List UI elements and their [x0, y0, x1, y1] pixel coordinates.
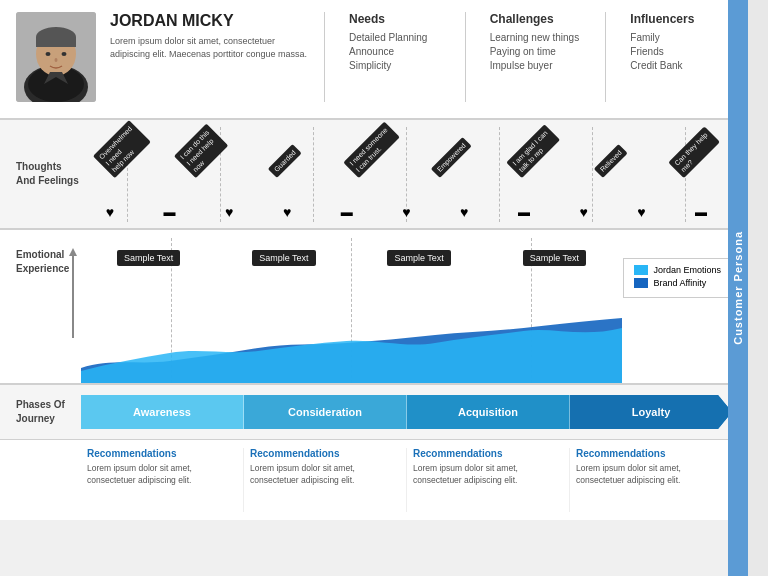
rec-title-0: Recommendations: [87, 448, 237, 459]
rec-label-space: [16, 448, 81, 512]
vertical-tab-label: Customer Persona: [732, 231, 744, 345]
thought-bubble-3: I need someoneI can trust.: [351, 127, 381, 187]
influencers-column: Influencers Family Friends Credit Bank: [620, 12, 732, 74]
chat-icon-0: ▬: [164, 205, 176, 219]
legend-brand-label: Brand Affinity: [653, 278, 706, 288]
thoughts-section: Thoughts And Feelings OverwhelmedI needh…: [0, 120, 748, 230]
heart-icon-2: ♥: [283, 204, 291, 220]
challenges-title: Challenges: [490, 12, 582, 26]
sample-text-1: Sample Text: [252, 250, 315, 266]
wave-chart: [81, 293, 622, 383]
thought-bubble-1: I can do thisI need helpnow: [188, 127, 218, 187]
svg-point-9: [55, 58, 58, 62]
main-container: Customer Persona: [0, 0, 748, 576]
sample-text-2: Sample Text: [387, 250, 450, 266]
thought-bubble-6: Relieved: [595, 127, 625, 187]
thought-bubble-4: Empowered: [432, 127, 462, 187]
rec-text-3: Lorem ipsum dolor sit amet, consectetuer…: [576, 463, 726, 487]
phase-awareness: Awareness: [81, 395, 244, 429]
rec-title-3: Recommendations: [576, 448, 726, 459]
needs-title: Needs: [349, 12, 441, 26]
phase-loyalty: Loyalty: [570, 395, 732, 429]
vertical-tab: Customer Persona: [728, 0, 748, 576]
thought-bubble-2: Guarded: [269, 127, 299, 187]
person-desc: Lorem ipsum dolor sit amet, consectetuer…: [110, 35, 310, 60]
need-item-2: Simplicity: [349, 60, 441, 71]
challenge-item-1: Paying on time: [490, 46, 582, 57]
legend-brand: Brand Affinity: [634, 278, 721, 288]
rec-text-2: Lorem ipsum dolor sit amet, consectetuer…: [413, 463, 563, 487]
influencer-item-2: Credit Bank: [630, 60, 722, 71]
rec-column-3: Recommendations Lorem ipsum dolor sit am…: [570, 448, 732, 512]
challenges-column: Challenges Learning new things Paying on…: [480, 12, 592, 74]
chat-icon-1: ▬: [341, 205, 353, 219]
rec-columns: Recommendations Lorem ipsum dolor sit am…: [81, 448, 732, 512]
need-item-0: Detailed Planning: [349, 32, 441, 43]
needs-divider: [324, 12, 325, 102]
svg-point-8: [62, 52, 67, 56]
avatar: [16, 12, 96, 102]
legend-jordan-label: Jordan Emotions: [653, 265, 721, 275]
thought-bubble-7: Can they helpme?: [676, 127, 706, 187]
thought-bubble-0: OverwhelmedI needhelp now: [107, 127, 137, 187]
chart-legend: Jordan Emotions Brand Affinity: [623, 258, 732, 298]
rec-title-1: Recommendations: [250, 448, 400, 459]
phase-acquisition: Acquisition: [407, 395, 570, 429]
rec-text-1: Lorem ipsum dolor sit amet, consectetuer…: [250, 463, 400, 487]
rec-text-0: Lorem ipsum dolor sit amet, consectetuer…: [87, 463, 237, 487]
heart-icon-1: ♥: [225, 204, 233, 220]
phases-section: Phases Of Journey Awareness Consideratio…: [0, 385, 748, 440]
influencer-item-0: Family: [630, 32, 722, 43]
emotional-section: Emotional Experience Sample Text Sample …: [0, 230, 748, 385]
heart-icon-5: ♥: [579, 204, 587, 220]
challenges-divider: [465, 12, 466, 102]
chat-icon-3: ▬: [695, 205, 707, 219]
rec-title-2: Recommendations: [413, 448, 563, 459]
need-item-1: Announce: [349, 46, 441, 57]
heart-icon-4: ♥: [460, 204, 468, 220]
heart-icon-0: ♥: [106, 204, 114, 220]
header-section: JORDAN MICKY Lorem ipsum dolor sit amet,…: [0, 0, 748, 120]
phase-consideration: Consideration: [244, 395, 407, 429]
legend-jordan-color: [634, 265, 648, 275]
influencers-title: Influencers: [630, 12, 722, 26]
challenge-item-0: Learning new things: [490, 32, 582, 43]
svg-point-7: [46, 52, 51, 56]
sample-text-0: Sample Text: [117, 250, 180, 266]
influencers-divider: [605, 12, 606, 102]
phases-bar: Awareness Consideration Acquisition Loya…: [81, 395, 732, 429]
heart-icon-3: ♥: [402, 204, 410, 220]
svg-rect-6: [36, 37, 76, 47]
rec-column-2: Recommendations Lorem ipsum dolor sit am…: [407, 448, 570, 512]
challenge-item-2: Impulse buyer: [490, 60, 582, 71]
person-info: JORDAN MICKY Lorem ipsum dolor sit amet,…: [110, 12, 310, 60]
phases-label: Phases Of Journey: [16, 398, 81, 426]
needs-column: Needs Detailed Planning Announce Simplic…: [339, 12, 451, 74]
rec-column-0: Recommendations Lorem ipsum dolor sit am…: [81, 448, 244, 512]
influencer-item-1: Friends: [630, 46, 722, 57]
recommendations-section: Recommendations Lorem ipsum dolor sit am…: [0, 440, 748, 520]
heart-icon-6: ♥: [637, 204, 645, 220]
legend-brand-color: [634, 278, 648, 288]
thought-bubble-5: I am glad I cantalk to rep: [514, 127, 544, 187]
sample-text-3: Sample Text: [523, 250, 586, 266]
person-name: JORDAN MICKY: [110, 12, 310, 30]
thoughts-label: Thoughts And Feelings: [16, 160, 81, 188]
chat-icon-2: ▬: [518, 205, 530, 219]
rec-column-1: Recommendations Lorem ipsum dolor sit am…: [244, 448, 407, 512]
legend-jordan: Jordan Emotions: [634, 265, 721, 275]
